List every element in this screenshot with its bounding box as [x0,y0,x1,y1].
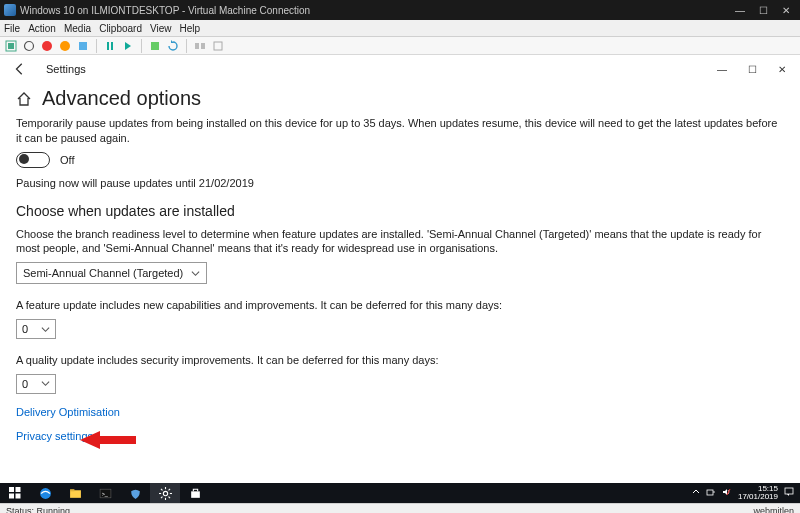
quality-defer-text: A quality update includes security impro… [16,353,784,368]
vm-statusbar: Status: Running webmitlen [0,503,800,513]
taskbar-app-icon[interactable] [120,483,150,503]
vm-toolbar [0,37,800,55]
vm-tool-ctrlaltdel-icon[interactable] [4,39,18,53]
tray-volume-icon[interactable] [722,487,732,499]
chevron-down-icon [41,379,50,388]
svg-marker-8 [125,42,131,50]
vm-tool-start-icon[interactable] [22,39,36,53]
annotation-arrow [80,429,136,455]
pause-status: Pausing now will pause updates until 21/… [16,176,784,191]
vm-menu-action[interactable]: Action [28,23,56,34]
vm-tool-enhanced-icon[interactable] [193,39,207,53]
feature-defer-text: A feature update includes new capabiliti… [16,298,784,313]
svg-rect-34 [707,490,713,495]
settings-close-button[interactable]: ✕ [776,63,788,75]
svg-point-4 [60,41,70,51]
vm-tool-pause-icon[interactable] [103,39,117,53]
vm-tool-save-icon[interactable] [76,39,90,53]
taskbar-settings-icon[interactable] [150,483,180,503]
tray-network-icon[interactable] [706,487,716,499]
settings-minimize-button[interactable]: — [716,63,728,75]
taskbar-store-icon[interactable] [180,483,210,503]
svg-rect-5 [79,42,87,50]
pause-toggle[interactable] [16,152,50,168]
taskbar-terminal-icon[interactable]: >_ [90,483,120,503]
vm-tool-reset-icon[interactable] [121,39,135,53]
settings-header: Settings — ☐ ✕ [0,55,800,83]
vm-title: Windows 10 on ILMIONTDESKTOP - Virtual M… [20,5,735,16]
svg-line-31 [160,496,162,498]
tray-notifications-icon[interactable] [784,487,794,499]
svg-rect-12 [201,43,205,49]
taskbar-edge-icon[interactable] [30,483,60,503]
settings-maximize-button[interactable]: ☐ [746,63,758,75]
quality-defer-value: 0 [22,378,28,390]
settings-window-controls: — ☐ ✕ [716,63,788,75]
taskbar-clock[interactable]: 15:15 17/01/2019 [738,485,778,501]
vm-tool-share-icon[interactable] [211,39,225,53]
svg-rect-18 [16,494,21,499]
vm-menubar: File Action Media Clipboard View Help [0,20,800,37]
guest-taskbar: >_ 15:15 17/01/2019 [0,483,800,503]
chevron-down-icon [191,269,200,278]
vm-tool-checkpoint-icon[interactable] [148,39,162,53]
back-button[interactable] [12,61,28,77]
svg-point-3 [42,41,52,51]
svg-rect-6 [107,42,109,50]
vm-minimize-button[interactable]: — [735,5,745,16]
svg-text:>_: >_ [101,490,108,496]
vm-tool-revert-icon[interactable] [166,39,180,53]
pause-toggle-label: Off [60,154,74,166]
vm-status-text: Status: Running [6,506,70,514]
svg-rect-9 [151,42,159,50]
branch-readiness-dropdown[interactable]: Semi-Annual Channel (Targeted) [16,262,207,284]
svg-line-37 [727,489,730,495]
svg-line-32 [168,488,170,490]
svg-rect-1 [8,43,14,49]
svg-rect-17 [9,494,14,499]
vm-menu-clipboard[interactable]: Clipboard [99,23,142,34]
pause-toggle-row: Off [16,152,784,168]
svg-rect-20 [70,490,81,498]
pause-description: Temporarily pause updates from being ins… [16,116,784,146]
tray-chevron-up-icon[interactable] [692,488,700,498]
svg-rect-15 [9,487,14,492]
home-icon[interactable] [16,91,32,107]
chevron-down-icon [41,325,50,334]
page-title: Advanced options [42,87,201,110]
svg-line-29 [160,488,162,490]
vm-tool-shutdown-icon[interactable] [58,39,72,53]
vm-close-button[interactable]: ✕ [782,5,790,16]
settings-page: Advanced options Temporarily pause updat… [0,83,800,442]
vm-menu-help[interactable]: Help [179,23,200,34]
page-title-row: Advanced options [16,87,784,110]
quality-defer-dropdown[interactable]: 0 [16,374,56,394]
svg-rect-11 [195,43,199,49]
vm-menu-file[interactable]: File [4,23,20,34]
taskbar-date: 17/01/2019 [738,493,778,501]
svg-rect-21 [70,489,74,491]
svg-marker-36 [723,489,727,495]
vm-menu-view[interactable]: View [150,23,172,34]
svg-marker-14 [80,431,136,449]
branch-readiness-value: Semi-Annual Channel (Targeted) [23,267,183,279]
vm-window-controls: — ☐ ✕ [735,5,796,16]
feature-defer-dropdown[interactable]: 0 [16,319,56,339]
taskbar-explorer-icon[interactable] [60,483,90,503]
settings-label: Settings [46,63,86,75]
svg-rect-33 [191,491,200,498]
feature-defer-value: 0 [22,323,28,335]
vm-tool-stop-icon[interactable] [40,39,54,53]
svg-rect-7 [111,42,113,50]
vm-status-right: webmitlen [753,506,794,514]
svg-point-2 [25,41,34,50]
vm-titlebar: Windows 10 on ILMIONTDESKTOP - Virtual M… [0,0,800,20]
vm-maximize-button[interactable]: ☐ [759,5,768,16]
svg-point-24 [163,491,167,495]
start-button[interactable] [0,483,30,503]
svg-line-30 [168,496,170,498]
choose-description: Choose the branch readiness level to det… [16,227,784,257]
vm-menu-media[interactable]: Media [64,23,91,34]
delivery-optimisation-link[interactable]: Delivery Optimisation [16,406,784,418]
system-tray: 15:15 17/01/2019 [692,485,800,501]
